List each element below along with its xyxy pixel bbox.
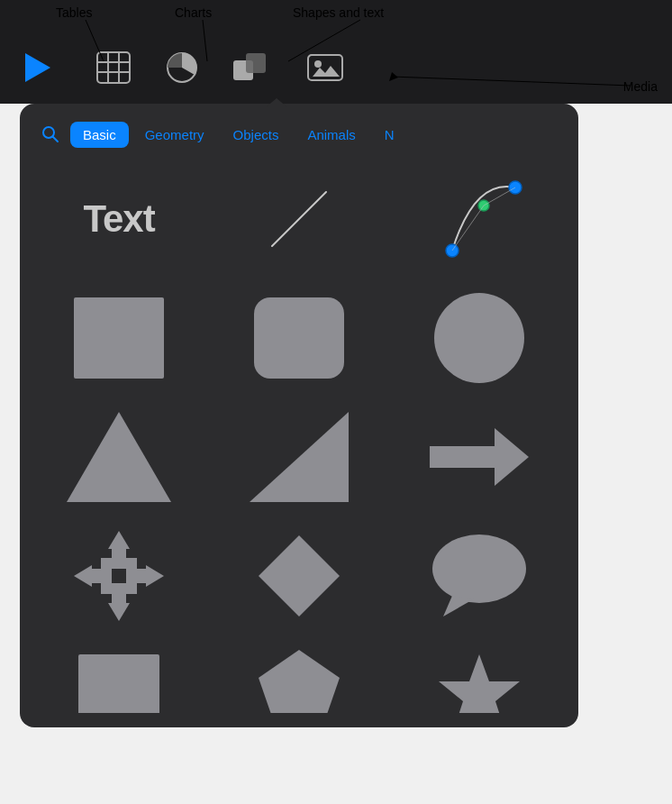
shapes-grid: Text bbox=[34, 165, 564, 713]
tab-animals[interactable]: Animals bbox=[295, 122, 368, 148]
shape-curve[interactable] bbox=[395, 165, 564, 273]
category-tabs: Basic Geometry Objects Animals N bbox=[34, 118, 564, 151]
svg-rect-28 bbox=[112, 547, 126, 560]
svg-marker-33 bbox=[146, 565, 164, 587]
svg-rect-30 bbox=[112, 592, 126, 605]
svg-rect-38 bbox=[137, 594, 164, 621]
shape-rectangle[interactable] bbox=[34, 284, 204, 392]
svg-marker-24 bbox=[250, 412, 349, 502]
svg-marker-29 bbox=[108, 603, 130, 621]
search-button[interactable] bbox=[34, 118, 67, 151]
tab-objects[interactable]: Objects bbox=[221, 122, 292, 148]
svg-marker-45 bbox=[439, 654, 520, 713]
svg-rect-6 bbox=[97, 52, 130, 83]
svg-marker-25 bbox=[430, 428, 529, 486]
svg-rect-34 bbox=[135, 569, 148, 583]
svg-line-23 bbox=[484, 187, 515, 206]
speech-bubble-svg bbox=[430, 531, 529, 621]
shape-circle[interactable] bbox=[395, 284, 564, 392]
shapes-button[interactable] bbox=[231, 48, 270, 87]
tables-button[interactable] bbox=[94, 48, 133, 87]
svg-rect-35 bbox=[74, 531, 101, 558]
rect-bottom-svg bbox=[74, 650, 164, 713]
shape-arrow[interactable] bbox=[395, 403, 564, 511]
dropdown-pointer bbox=[266, 98, 287, 107]
shape-line[interactable] bbox=[214, 165, 384, 273]
right-triangle-svg bbox=[250, 412, 349, 502]
media-button[interactable] bbox=[306, 48, 346, 87]
circle-shape bbox=[434, 293, 524, 383]
play-icon bbox=[18, 48, 58, 87]
shape-triangle[interactable] bbox=[34, 403, 204, 511]
tab-basic[interactable]: Basic bbox=[70, 122, 129, 148]
media-icon bbox=[306, 48, 346, 87]
svg-rect-36 bbox=[137, 531, 164, 558]
shape-pentagon-bottom[interactable] bbox=[214, 641, 384, 713]
charts-button[interactable] bbox=[162, 48, 202, 87]
triangle-shape bbox=[67, 412, 171, 502]
tab-geometry[interactable]: Geometry bbox=[132, 122, 217, 148]
svg-marker-31 bbox=[74, 565, 92, 587]
svg-line-18 bbox=[272, 192, 326, 246]
svg-rect-37 bbox=[74, 594, 101, 621]
rectangle-shape bbox=[74, 297, 164, 379]
svg-marker-44 bbox=[259, 650, 340, 713]
shape-speech-bubble[interactable] bbox=[395, 522, 564, 630]
shape-right-triangle[interactable] bbox=[214, 403, 384, 511]
svg-marker-40 bbox=[259, 535, 340, 617]
shape-diamond[interactable] bbox=[214, 522, 384, 630]
svg-marker-42 bbox=[443, 596, 475, 617]
diamond-svg bbox=[254, 531, 344, 621]
svg-rect-32 bbox=[90, 569, 103, 583]
svg-rect-43 bbox=[78, 654, 159, 713]
rounded-rectangle-shape bbox=[254, 297, 344, 379]
shape-rect-bottom[interactable] bbox=[34, 641, 204, 713]
shape-text[interactable]: Text bbox=[34, 165, 204, 273]
tab-more[interactable]: N bbox=[372, 122, 407, 148]
shape-star-bottom[interactable] bbox=[395, 641, 564, 713]
shapes-icon bbox=[231, 48, 270, 87]
shape-rounded-rectangle[interactable] bbox=[214, 284, 384, 392]
shape-move-arrows[interactable] bbox=[34, 522, 204, 630]
svg-line-17 bbox=[53, 137, 59, 142]
shapes-panel: Basic Geometry Objects Animals N Text bbox=[20, 104, 578, 727]
svg-rect-13 bbox=[246, 53, 266, 73]
toolbar bbox=[0, 0, 672, 104]
arrow-svg bbox=[430, 421, 529, 493]
pentagon-bottom-svg bbox=[254, 645, 344, 713]
text-shape-label: Text bbox=[83, 197, 154, 241]
svg-rect-39 bbox=[112, 569, 126, 583]
tables-icon bbox=[94, 48, 133, 87]
charts-icon bbox=[162, 48, 202, 87]
star-bottom-svg bbox=[434, 650, 524, 713]
svg-point-15 bbox=[314, 60, 322, 68]
play-button[interactable] bbox=[18, 48, 58, 87]
line-shape-svg bbox=[259, 178, 340, 260]
svg-point-41 bbox=[432, 534, 526, 603]
svg-marker-5 bbox=[25, 53, 50, 82]
curve-shape-svg bbox=[430, 169, 529, 269]
move-arrows-svg bbox=[74, 531, 164, 621]
svg-marker-27 bbox=[108, 531, 130, 549]
